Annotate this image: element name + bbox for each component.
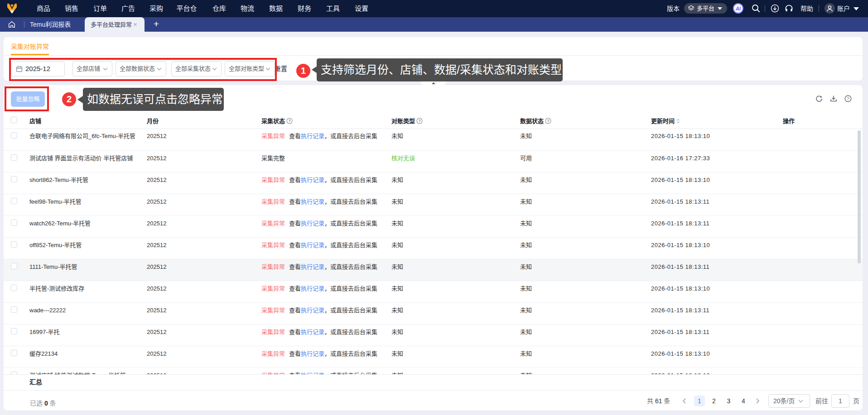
svg-text:?: ? [847, 96, 849, 101]
svg-text:?: ? [288, 119, 290, 123]
svg-text:?: ? [418, 119, 420, 123]
svg-text:?: ? [547, 119, 549, 123]
